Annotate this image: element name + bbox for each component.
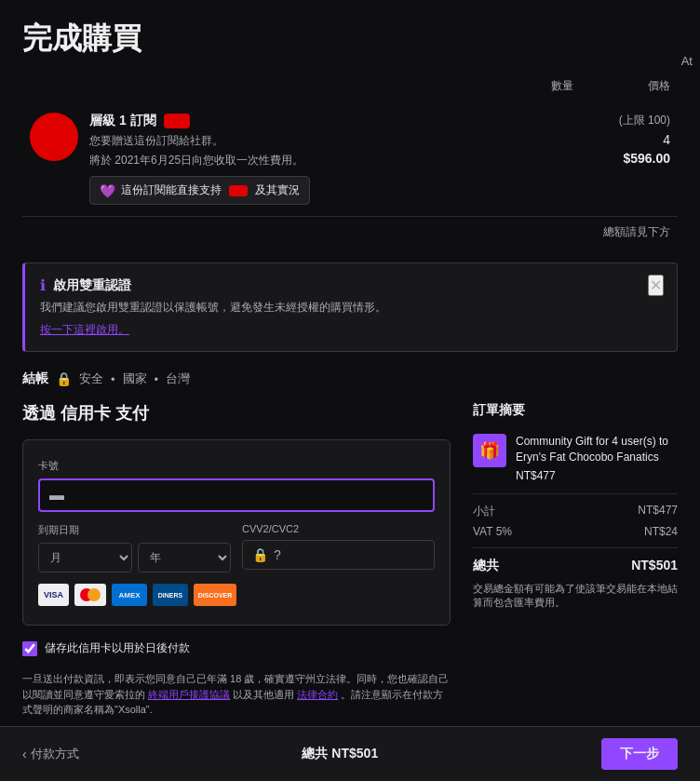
twofa-enable-link[interactable]: 按一下這裡啟用。 [40, 323, 129, 336]
amex-icon: AMEX [112, 584, 147, 606]
discover-icon: DISCOVER [194, 584, 236, 606]
card-number-label: 卡號 [38, 459, 435, 473]
back-link[interactable]: ‹ 付款方式 [22, 746, 79, 762]
visa-icon: VISA [38, 584, 69, 606]
separator: • [111, 372, 115, 386]
purchase-item: 層級 1 訂閱 您要贈送這份訂閱給社群。 將於 2021年6月25日向您收取一次… [22, 101, 678, 217]
diners-icon: DINERS [153, 584, 188, 606]
terms-link-2[interactable]: 法律合約 [297, 689, 338, 700]
expiry-inputs: 月 年 [38, 543, 231, 572]
total-label: 總共 [473, 558, 499, 574]
gift-note-text2: 及其實況 [255, 182, 300, 198]
order-divider-2 [473, 547, 678, 548]
cvv-input[interactable]: 🔒 ? [242, 540, 435, 570]
total-note: 總額請見下方 [22, 217, 678, 248]
checkout-main: 透過 信用卡 支付 卡號 ▬ 到期日期 月 年 [22, 402, 678, 733]
terms-link-1[interactable]: 終端用戶接護協議 [148, 689, 230, 700]
next-button[interactable]: 下一步 [601, 738, 678, 770]
item-charge-note: 將於 2021年6月25日向您收取一次性費用。 [89, 153, 510, 168]
country-label: 國家 [123, 370, 147, 387]
order-divider [473, 493, 678, 494]
checkout-right: 訂單摘要 🎁 Community Gift for 4 user(s) to E… [473, 402, 678, 733]
card-form: 卡號 ▬ 到期日期 月 年 [22, 439, 451, 626]
cvv-label: CVV2/CVC2 [242, 523, 435, 534]
twofa-desc: 我們建議您啟用雙重認證以保護帳號，避免發生未經授權的購買情形。 [40, 300, 662, 316]
avatar [30, 113, 78, 161]
lock-cvv-icon: 🔒 [252, 547, 268, 562]
subtotal-value: NT$477 [638, 504, 678, 519]
mastercard-icon [74, 584, 106, 606]
item-details: 層級 1 訂閱 您要贈送這份訂閱給社群。 將於 2021年6月25日向您收取一次… [89, 113, 510, 205]
page-title: 完成購買 [22, 19, 678, 60]
vat-label: VAT 5% [473, 525, 512, 538]
twofa-title: 啟用雙重認證 [53, 277, 131, 294]
vat-value: NT$24 [644, 525, 678, 538]
expiry-group: 到期日期 月 年 [38, 523, 231, 572]
bottom-total: 總共 NT$501 [302, 746, 378, 762]
year-select[interactable]: 年 [138, 543, 232, 572]
item-right: (上限 100) 4 $596.00 [521, 113, 670, 166]
vat-line: VAT 5% NT$24 [473, 525, 678, 538]
subtotal-label: 小計 [473, 504, 495, 519]
month-select[interactable]: 月 [38, 543, 132, 572]
subtotal-line: 小計 NT$477 [473, 504, 678, 519]
subscription-badge [164, 114, 190, 128]
terms-text: 一旦送出付款資訊，即表示您同意自己已年滿 18 歲，確實遵守州立法律。同時，您也… [22, 671, 451, 718]
checkout-header: 結帳 🔒 安全 • 國家 • 台灣 [22, 370, 678, 387]
separator2: • [155, 372, 159, 386]
item-price: $596.00 [623, 151, 670, 166]
vat-note: 交易總金額有可能為了使該筆交易能在本地結算而包含匯率費用。 [473, 582, 678, 611]
item-title: 層級 1 訂閱 [89, 113, 156, 129]
twofa-banner: ✕ ℹ 啟用雙重認證 我們建議您啟用雙重認證以保護帳號，避免發生未經授權的購買情… [22, 263, 678, 352]
card-number-input[interactable]: ▬ [38, 478, 435, 512]
checkout-left: 透過 信用卡 支付 卡號 ▬ 到期日期 月 年 [22, 402, 451, 733]
bottom-bar: ‹ 付款方式 總共 NT$501 下一步 [0, 726, 700, 781]
save-card-checkbox[interactable] [22, 641, 37, 656]
purchase-summary-section: 數量 價格 層級 1 訂閱 您要贈送這份訂閱給社群。 將於 2021年6月25日… [22, 78, 678, 248]
payment-title: 透過 信用卡 支付 [22, 402, 451, 424]
twofa-close-button[interactable]: ✕ [648, 275, 664, 296]
save-card-row: 儲存此信用卡以用於日後付款 [22, 640, 451, 656]
gift-note-text: 這份訂閱能直接支持 [121, 182, 222, 198]
order-item-icon: 🎁 [473, 434, 506, 467]
checkout-title: 結帳 [22, 370, 48, 387]
order-summary-title: 訂單摘要 [473, 402, 678, 419]
info-icon: ℹ [40, 276, 46, 294]
order-item-price: NT$477 [516, 469, 678, 482]
expiry-label: 到期日期 [38, 523, 231, 537]
order-item-info: Community Gift for 4 user(s) to Eryn's F… [516, 434, 678, 482]
item-qty: 4 [663, 132, 670, 147]
gift-note: 💜 這份訂閱能直接支持 及其實況 [89, 176, 310, 205]
order-item: 🎁 Community Gift for 4 user(s) to Eryn's… [473, 434, 678, 482]
streamer-badge [229, 185, 248, 196]
total-value: NT$501 [631, 558, 678, 574]
cvv-group: CVV2/CVC2 🔒 ? [242, 523, 435, 572]
cvv-help-icon[interactable]: ? [274, 547, 281, 562]
corner-text: At [674, 50, 700, 72]
card-brands: VISA AMEX DINERS DISCOVER [38, 584, 435, 606]
qty-column-header: 數量 [551, 78, 573, 94]
expiry-cvv-row: 到期日期 月 年 CVV2/CVC2 🔒 [38, 523, 435, 572]
back-label: 付款方式 [31, 746, 79, 762]
back-arrow-icon: ‹ [22, 747, 27, 761]
order-item-name: Community Gift for 4 user(s) to Eryn's F… [516, 434, 678, 465]
total-line: 總共 NT$501 [473, 558, 678, 574]
taiwan-label: 台灣 [166, 370, 190, 387]
item-desc: 您要贈送這份訂閱給社群。 [89, 133, 510, 149]
item-limit: (上限 100) [619, 113, 670, 128]
lock-icon: 🔒 [56, 371, 72, 386]
save-card-label: 儲存此信用卡以用於日後付款 [45, 640, 190, 656]
card-chip-icon: ▬ [49, 487, 64, 504]
price-column-header: 價格 [648, 78, 670, 94]
security-label: 安全 [79, 370, 103, 387]
gift-icon: 💜 [100, 183, 115, 198]
